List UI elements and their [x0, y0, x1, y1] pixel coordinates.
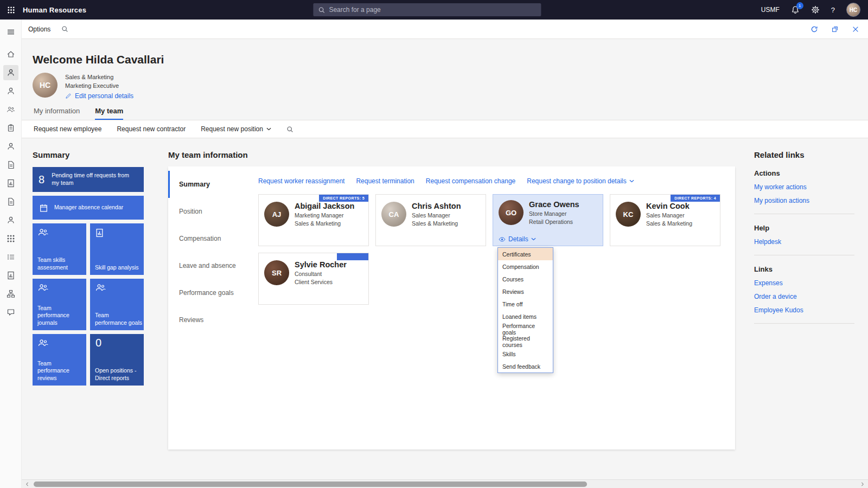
- direct-reports-badge: DIRECT REPORTS: 5: [319, 195, 368, 202]
- notifications-button[interactable]: 1: [791, 5, 800, 14]
- menu-item-registered-courses[interactable]: Registered courses: [498, 335, 553, 348]
- close-icon[interactable]: [852, 25, 859, 33]
- settings-button[interactable]: [811, 5, 820, 14]
- employee-department: Client Services: [295, 279, 347, 285]
- tile-manager-absence-calendar[interactable]: Manager absence calendar: [33, 196, 144, 220]
- expenses-link[interactable]: Expenses: [754, 279, 854, 287]
- open-in-new-window-icon[interactable]: [831, 25, 839, 33]
- employee-card-chris-ashton[interactable]: CA Chris Ashton Sales Manager Sales & Ma…: [375, 194, 486, 246]
- chevron-down-icon: [266, 127, 271, 131]
- nav-personnel-icon[interactable]: [3, 84, 18, 99]
- request-worker-reassignment-link[interactable]: Request worker reassignment: [258, 177, 344, 185]
- details-dropdown-button[interactable]: Details: [499, 235, 536, 243]
- scrollbar-thumb[interactable]: [34, 481, 587, 487]
- menu-item-send-feedback[interactable]: Send feedback: [498, 360, 553, 373]
- tile-count: 8: [39, 174, 44, 186]
- side-tab-reviews[interactable]: Reviews: [168, 306, 251, 333]
- tile-open-positions[interactable]: 0 Open positions - Direct reports: [90, 334, 144, 386]
- my-position-actions-link[interactable]: My position actions: [754, 197, 854, 204]
- app-launcher-icon[interactable]: [7, 6, 15, 14]
- side-tab-position[interactable]: Position: [168, 198, 251, 225]
- tile-team-performance-goals[interactable]: Team performance goals: [90, 279, 144, 330]
- tile-pending-time-off-requests[interactable]: 8 Pending time off requests from my team: [33, 167, 144, 192]
- request-termination-link[interactable]: Request termination: [356, 177, 414, 185]
- employee-kudos-link[interactable]: Employee Kudos: [754, 306, 854, 314]
- request-change-position-details-link[interactable]: Request change to position details: [527, 177, 634, 185]
- helpdesk-link[interactable]: Helpdesk: [754, 238, 854, 246]
- nav-people-icon[interactable]: [3, 139, 18, 154]
- action-strip-search-button[interactable]: [286, 126, 293, 133]
- refresh-icon[interactable]: [810, 25, 818, 33]
- global-search-input[interactable]: [329, 6, 536, 14]
- scroll-right-arrow-icon[interactable]: [858, 480, 867, 488]
- nav-teams-icon[interactable]: [3, 102, 18, 117]
- menu-item-courses[interactable]: Courses: [498, 273, 553, 285]
- menu-item-reviews[interactable]: Reviews: [498, 285, 553, 298]
- topbar-right: USMF 1 ? HC: [761, 3, 868, 17]
- options-button[interactable]: Options: [28, 25, 50, 33]
- menu-item-certificates[interactable]: Certificates: [498, 248, 553, 260]
- tab-my-information[interactable]: My information: [34, 107, 80, 120]
- search-icon: [318, 7, 325, 14]
- direct-reports-badge: DIRECT REPORTS: 4: [671, 195, 720, 202]
- order-a-device-link[interactable]: Order a device: [754, 293, 854, 300]
- menu-item-skills[interactable]: Skills: [498, 348, 553, 360]
- menu-item-time-off[interactable]: Time off: [498, 298, 553, 310]
- edit-personal-details-link[interactable]: Edit personal details: [65, 92, 133, 100]
- tile-skill-gap-analysis[interactable]: Skill gap analysis: [90, 223, 144, 275]
- nav-workers-icon[interactable]: [3, 65, 18, 80]
- tile-team-performance-journals[interactable]: Team performance journals: [33, 279, 86, 330]
- pencil-icon: [65, 93, 72, 99]
- links-heading: Links: [754, 265, 854, 273]
- hamburger-menu-icon[interactable]: [3, 24, 18, 40]
- tile-label: Manager absence calendar: [54, 204, 123, 211]
- side-tab-compensation[interactable]: Compensation: [168, 225, 251, 252]
- nav-reports-icon[interactable]: [3, 249, 18, 265]
- my-worker-actions-link[interactable]: My worker actions: [754, 183, 854, 191]
- nav-learning-icon[interactable]: [3, 268, 18, 283]
- request-new-employee-button[interactable]: Request new employee: [34, 125, 101, 133]
- divider: [754, 323, 854, 324]
- company-selector[interactable]: USMF: [761, 6, 780, 14]
- employee-info: Grace Owens Store Manager Retail Operati…: [529, 200, 579, 246]
- nav-organization-icon[interactable]: [3, 231, 18, 246]
- menu-item-performance-goals[interactable]: Performance goals: [498, 323, 553, 335]
- employee-department: Sales & Marketing: [295, 220, 354, 227]
- nav-feedback-icon[interactable]: [3, 305, 18, 320]
- side-tab-performance-goals[interactable]: Performance goals: [168, 279, 251, 306]
- nav-home-icon[interactable]: [3, 47, 18, 62]
- profile-department: Sales & Marketing: [65, 74, 133, 80]
- menu-item-loaned-items[interactable]: Loaned items: [498, 310, 553, 323]
- request-new-position-button[interactable]: Request new position: [201, 125, 271, 133]
- nav-performance-icon[interactable]: [3, 176, 18, 191]
- options-toolbar: Options: [22, 20, 868, 39]
- side-tab-summary[interactable]: Summary: [168, 171, 251, 198]
- user-avatar[interactable]: HC: [846, 3, 860, 17]
- nav-tasks-icon[interactable]: [3, 120, 18, 136]
- request-compensation-change-link[interactable]: Request compensation change: [426, 177, 515, 185]
- employee-info: Sylvie Rocher Consultant Client Services: [295, 260, 347, 304]
- request-new-contractor-button[interactable]: Request new contractor: [117, 125, 186, 133]
- menu-item-compensation[interactable]: Compensation: [498, 260, 553, 273]
- employee-card-kevin-cook[interactable]: DIRECT REPORTS: 4 KC Kevin Cook Sales Ma…: [610, 194, 720, 246]
- nav-compensation-icon[interactable]: [3, 194, 18, 209]
- horizontal-scrollbar[interactable]: [22, 479, 868, 488]
- help-button[interactable]: ?: [831, 6, 835, 14]
- tile-team-performance-reviews[interactable]: Team performance reviews: [33, 334, 86, 386]
- employee-card-abigail-jackson[interactable]: DIRECT REPORTS: 5 AJ Abigail Jackson Mar…: [258, 194, 369, 246]
- side-tab-leave-and-absence[interactable]: Leave and absence: [168, 252, 251, 279]
- global-search-box[interactable]: [313, 3, 541, 16]
- nav-org-structure-icon[interactable]: [3, 286, 18, 301]
- edit-personal-details-label: Edit personal details: [75, 92, 133, 100]
- employee-avatar: GO: [499, 200, 524, 225]
- tile-count: 0: [95, 337, 101, 349]
- tile-label: Open positions - Direct reports: [95, 367, 142, 382]
- employee-card-sylvie-rocher[interactable]: SR Sylvie Rocher Consultant Client Servi…: [258, 253, 369, 305]
- scroll-left-arrow-icon[interactable]: [23, 480, 31, 488]
- nav-leave-icon[interactable]: [3, 157, 18, 172]
- employee-card-grace-owens[interactable]: GO Grace Owens Store Manager Retail Oper…: [493, 194, 603, 246]
- nav-benefits-icon[interactable]: [3, 213, 18, 228]
- toolbar-search-button[interactable]: [61, 25, 68, 33]
- tab-my-team[interactable]: My team: [95, 107, 123, 120]
- tile-team-skills-assessment[interactable]: Team skills assessment: [33, 223, 86, 275]
